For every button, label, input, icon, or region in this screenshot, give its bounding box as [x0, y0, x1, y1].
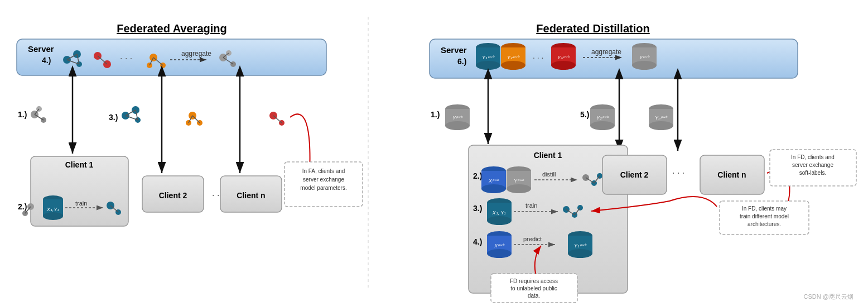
fd-step1-label: 1.): [431, 110, 440, 119]
fd-step4-xpub-label: Xᵖᵘᵇ: [494, 243, 505, 248]
fd-title: Federated Distillation: [536, 22, 649, 35]
fd-note2-text3: soft-labels.: [799, 170, 826, 176]
fa-cyl-bottom: [43, 212, 63, 220]
fd-x1y1-label: X₁, Y₁: [492, 210, 507, 216]
fd-xpub-label: Xᵖᵘᵇ: [488, 178, 499, 184]
fa-server-label: Server: [28, 44, 54, 54]
fd-client1-ypub-bottom: [507, 184, 531, 193]
fa-note-text3: model parameters.: [300, 185, 346, 191]
fd-client1-label: Client 1: [534, 151, 562, 160]
fd-step2-label: 2.): [473, 171, 482, 180]
fa-server-box: [17, 39, 326, 75]
fa-client1-label: Client 1: [65, 160, 94, 169]
fd-ynpub-label: Yₙᵖᵘᵇ: [557, 55, 570, 60]
fd-distill-label: distill: [542, 171, 556, 178]
fd-y2pub-label: Y₂ᵖᵘᵇ: [507, 55, 520, 60]
fd-ynpub-bottom: [551, 61, 576, 70]
fd-step5-y2pub-label: Y₂ᵖᵘᵇ: [596, 115, 609, 121]
fd-y1pub-out-label: Y₁ᵖᵘᵇ: [574, 243, 587, 248]
fd-y1pub-label: Y₁ᵖᵘᵇ: [482, 55, 495, 60]
fa-step2-label: 2.): [18, 202, 27, 211]
fd-client1-ypub-label: Yᵖᵘᵇ: [514, 178, 524, 184]
fd-step4-label: 4.): [473, 237, 482, 246]
fd-predict-label: predict: [523, 236, 542, 242]
fd-y1pub-bottom: [476, 61, 500, 70]
fd-ynpub-gray-label: Yₙᵖᵘᵇ: [655, 115, 668, 121]
fa-client2-label: Client 2: [159, 191, 187, 200]
fd-step4-xpub-bottom: [487, 249, 512, 258]
fd-step5-label: 5.): [580, 110, 589, 119]
fa-clientn-label: Client n: [237, 191, 265, 200]
fd-step5-cyl2-bottom: [590, 121, 615, 130]
fa-dots: · · ·: [120, 54, 132, 63]
fd-step1-cyl-bottom: [445, 121, 470, 130]
fa-note-text1: In FA, clients and: [302, 168, 345, 174]
fd-step6-label: 6.): [457, 57, 466, 66]
fd-server-dots: · · ·: [533, 53, 543, 62]
fd-step3-label: 3.): [473, 204, 482, 213]
fd-note3-text2: train different model: [740, 213, 789, 219]
fa-step1-label: 1.): [18, 110, 27, 119]
watermark: CSDN @咫尺云烟: [804, 293, 853, 300]
fd-step1-ypub-label: Yᵖᵘᵇ: [452, 115, 463, 121]
fa-aggregate-label: aggregate: [181, 50, 211, 58]
fa-step3-label: 3.): [109, 113, 118, 122]
fd-ypub-gray-bottom: [632, 61, 657, 70]
fd-note2-text2: server exchange: [792, 162, 833, 168]
fd-ypub-gray-label: Yᵖᵘᵇ: [639, 55, 650, 60]
fd-note1-text3: data.: [528, 293, 540, 299]
fd-client-dots: · · ·: [672, 168, 684, 178]
fd-note3-text3: architectures.: [748, 221, 781, 227]
fd-ynpub-gray-bottom: [649, 121, 673, 130]
fa-train-label: train: [75, 200, 87, 207]
fd-y2pub-bottom: [501, 61, 525, 70]
fd-aggregate-label: aggregate: [591, 48, 621, 56]
fd-clientn-label: Client n: [717, 170, 746, 179]
fd-client2-label: Client 2: [620, 170, 649, 179]
fa-step4-label: 4.): [42, 56, 51, 65]
fd-note2-text1: In FD, clients and: [791, 154, 835, 160]
fa-xy-label: X₁,Y₁: [46, 207, 60, 212]
fd-note1-text2: to unlabeled public: [510, 285, 557, 291]
fd-note3-text1: In FD, clients may: [742, 205, 787, 212]
fa-note-text2: server exchange: [303, 176, 344, 183]
fd-x1y1-bottom: [487, 216, 512, 225]
fd-train-label: train: [525, 202, 537, 209]
fd-y1pub-out-bottom: [568, 249, 592, 258]
fd-xpub-bottom: [481, 184, 506, 193]
fd-note1-text1: FD requires access: [510, 278, 558, 284]
fa-title: Federated Averaging: [117, 22, 226, 35]
fd-server-label: Server: [441, 45, 467, 55]
